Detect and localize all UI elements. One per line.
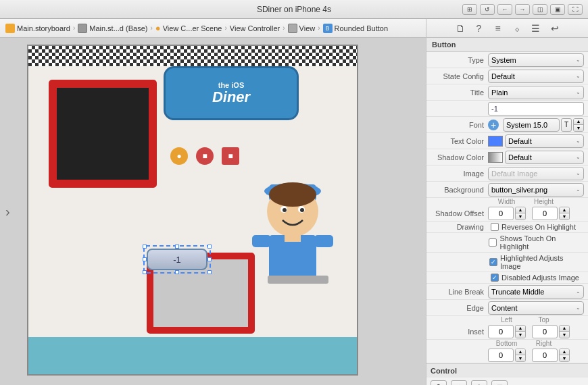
title-value-control: -1 — [488, 102, 584, 116]
title-select-arrow: ⌄ — [576, 89, 581, 95]
canvas-inner: the iOS Diner ● ■ ■ — [27, 45, 358, 376]
shows-touch-checkbox[interactable] — [489, 238, 497, 247]
breadcrumb-item-scene[interactable]: ● View C...er Scene — [155, 23, 222, 33]
left-arrow-icon[interactable]: › — [5, 204, 10, 220]
shadow-w-down[interactable]: ▼ — [516, 213, 525, 220]
reverses-checkbox[interactable] — [491, 223, 499, 231]
shadow-offset-h-stepper[interactable]: ▲ ▼ — [559, 207, 570, 220]
shadow-h-up[interactable]: ▲ — [560, 207, 569, 213]
shadow-offset-w-stepper[interactable]: ▲ ▼ — [515, 207, 526, 220]
handle-ml — [143, 257, 147, 261]
shows-touch-label: Shows Touch On Highlight — [499, 234, 584, 251]
info-toolbar-icon[interactable]: ? — [472, 22, 486, 35]
image-row: Image Default Image ⌄ — [426, 165, 588, 182]
breadcrumb-item-storyboard[interactable]: Main.storyboard — [5, 24, 70, 33]
canvas-area[interactable]: › the iOS Diner ● ■ ■ — [0, 38, 426, 385]
line-break-select[interactable]: Truncate Middle ⌄ — [488, 285, 584, 299]
breadcrumb-item-button[interactable]: B Rounded Button — [323, 24, 389, 33]
text-color-select[interactable]: Default ⌄ — [505, 134, 584, 148]
svg-rect-10 — [314, 235, 333, 247]
font-stepper-down[interactable]: ▼ — [574, 125, 583, 131]
inset-t-down[interactable]: ▼ — [560, 332, 569, 338]
type-select[interactable]: System ⌄ — [488, 53, 584, 67]
control-section-title: Control — [426, 363, 588, 378]
inset-t-up[interactable]: ▲ — [560, 326, 569, 332]
ctrl-icon-4[interactable]: ⊞ — [491, 380, 508, 385]
inset-left-field[interactable]: 0 — [488, 325, 514, 338]
icon-red2: ■ — [222, 147, 239, 165]
breadcrumb-item-view[interactable]: View — [288, 24, 316, 33]
edge-label: Edge — [431, 304, 488, 312]
inset-b-up[interactable]: ▲ — [516, 349, 525, 355]
ctrl-icon-2[interactable]: ⊕ — [451, 380, 467, 385]
handle-tl — [143, 245, 147, 249]
highlighted-adjusts-checkbox[interactable]: ✓ — [489, 258, 497, 266]
font-stepper[interactable]: ▲ ▼ — [573, 118, 584, 132]
details-toolbar-icon[interactable]: ☰ — [529, 22, 543, 35]
background-label: Background — [431, 186, 488, 194]
font-stepper-up[interactable]: ▲ — [574, 119, 583, 125]
shadow-offset-h-field[interactable]: 0 — [532, 207, 558, 220]
ctrl-icon-3[interactable]: ⟳ — [471, 380, 487, 385]
inset-top-field[interactable]: 0 — [532, 325, 558, 338]
shadow-color-swatch[interactable] — [488, 152, 503, 163]
handle-br — [207, 270, 212, 274]
ctrl-icon-1[interactable]: ⬡ — [431, 380, 447, 385]
inset-bottom-field[interactable]: 0 — [488, 349, 514, 362]
shadow-offset-row: Shadow Offset 0 ▲ ▼ 0 ▲ — [426, 205, 588, 222]
pin-toolbar-icon[interactable]: ⬦ — [510, 22, 524, 35]
inset-br-labels: Bottom Right — [426, 340, 588, 347]
breadcrumb-item-base[interactable]: Main.st...d (Base) — [78, 24, 147, 33]
state-config-control: Default ⌄ — [488, 70, 584, 83]
checker-top — [28, 46, 357, 66]
highlighted-adjusts-row: ✓ Highlighted Adjusts Image — [426, 253, 588, 272]
inset-bottom-stepper[interactable]: ▲ ▼ — [515, 349, 526, 362]
breadcrumb-item-controller[interactable]: View Controller — [230, 24, 280, 32]
image-label: Image — [431, 170, 488, 178]
file-toolbar-icon[interactable]: 🗋 — [454, 22, 467, 35]
share-toolbar-icon[interactable]: ↩ — [548, 22, 562, 35]
image-select[interactable]: Default Image ⌄ — [488, 167, 584, 180]
background-row: Background button_silver.png ⌄ — [426, 182, 588, 198]
state-config-label: State Config — [431, 72, 488, 80]
background-select[interactable]: button_silver.png ⌄ — [488, 183, 584, 197]
fullscreen-btn[interactable]: ⛶ — [568, 4, 583, 15]
inset-b-down[interactable]: ▼ — [516, 355, 525, 361]
shadow-w-up[interactable]: ▲ — [516, 207, 525, 213]
inset-label: Inset — [431, 328, 488, 336]
shadow-h-down[interactable]: ▼ — [560, 213, 569, 220]
edge-select[interactable]: Content ⌄ — [488, 301, 584, 315]
inset-top-stepper[interactable]: ▲ ▼ — [559, 325, 570, 338]
inset-right-stepper[interactable]: ▲ ▼ — [559, 349, 570, 362]
inset-left-stepper[interactable]: ▲ ▼ — [515, 325, 526, 338]
inset-r-down[interactable]: ▼ — [560, 355, 569, 361]
shadow-offset-label: Shadow Offset — [431, 209, 488, 217]
inset-right-field[interactable]: 0 — [532, 349, 558, 362]
grid-btn[interactable]: ⊞ — [462, 4, 477, 15]
inset-r-up[interactable]: ▲ — [560, 349, 569, 355]
shadow-offset-w-field[interactable]: 0 — [488, 207, 514, 220]
list-toolbar-icon[interactable]: ≡ — [491, 22, 505, 35]
width-label: Width — [488, 198, 525, 205]
title-select[interactable]: Plain ⌄ — [488, 86, 584, 99]
state-config-select[interactable]: Default ⌄ — [488, 70, 584, 83]
disabled-adjusts-checkbox[interactable]: ✓ — [491, 274, 499, 282]
forward-btn[interactable]: → — [515, 4, 530, 15]
inset-l-up[interactable]: ▲ — [516, 326, 525, 332]
title-value-field[interactable]: -1 — [488, 102, 584, 116]
refresh-btn[interactable]: ↺ — [480, 4, 495, 15]
state-config-arrow: ⌄ — [576, 73, 581, 79]
text-color-row: Text Color Default ⌄ — [426, 133, 588, 149]
inset-l-down[interactable]: ▼ — [516, 332, 525, 338]
font-adj-btn[interactable]: T — [561, 118, 572, 132]
text-color-swatch[interactable] — [488, 136, 503, 147]
split-left-btn[interactable]: ◫ — [533, 4, 547, 15]
background-select-arrow: ⌄ — [576, 186, 581, 192]
font-add-btn[interactable]: + — [488, 120, 499, 130]
font-box[interactable]: System 15.0 — [503, 118, 560, 132]
iphone-simulator: the iOS Diner ● ■ ■ — [27, 45, 358, 376]
inset-lt-labels: Left Top — [426, 316, 588, 324]
shadow-color-select[interactable]: Default ⌄ — [505, 151, 584, 164]
split-right-btn[interactable]: ▣ — [550, 4, 565, 15]
back-btn[interactable]: ← — [497, 4, 512, 15]
